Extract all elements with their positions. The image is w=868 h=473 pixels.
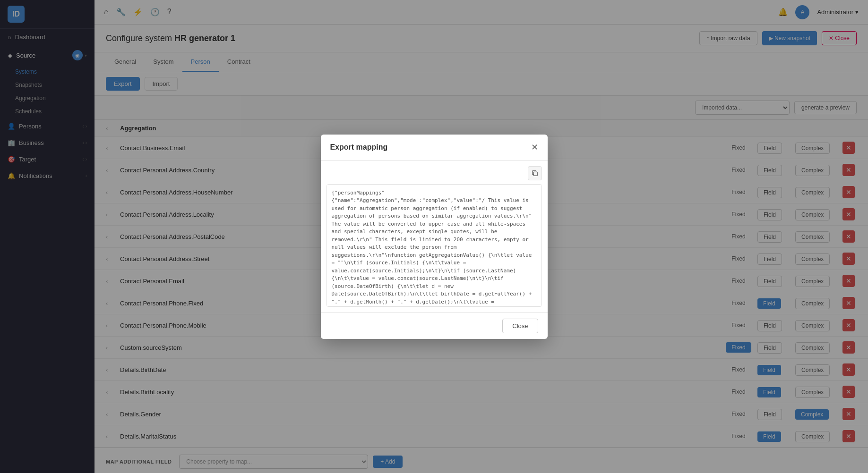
modal-header: Export mapping ✕ <box>321 135 548 160</box>
export-mapping-modal: Export mapping ✕ Close <box>321 135 548 339</box>
modal-title: Export mapping <box>330 143 388 152</box>
copy-icon <box>532 170 538 177</box>
modal-close-button[interactable]: Close <box>502 319 538 333</box>
modal-body <box>321 160 548 313</box>
modal-close-x-button[interactable]: ✕ <box>531 142 538 152</box>
svg-rect-0 <box>533 172 537 176</box>
modal-content-textarea[interactable] <box>327 184 542 307</box>
modal-overlay: Export mapping ✕ Close <box>0 0 868 473</box>
modal-footer: Close <box>321 313 548 339</box>
copy-button[interactable] <box>528 166 542 180</box>
